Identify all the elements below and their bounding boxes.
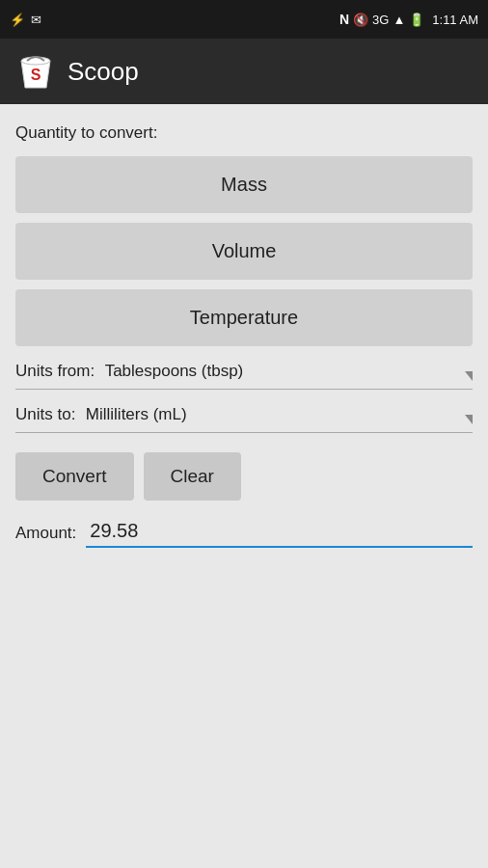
units-to-arrow bbox=[465, 415, 473, 424]
amount-input[interactable] bbox=[86, 518, 473, 548]
title-bar: S Scoop bbox=[0, 39, 488, 104]
units-to-row: Units to: Milliliters (mL) bbox=[15, 405, 473, 424]
volume-button[interactable]: Volume bbox=[15, 223, 473, 280]
units-from-underline bbox=[15, 389, 473, 390]
units-to-label: Units to: bbox=[15, 405, 75, 423]
main-content: Quantity to convert: Mass Volume Tempera… bbox=[0, 104, 488, 868]
amount-row: Amount: bbox=[15, 518, 473, 548]
mute-icon: 🔇 bbox=[353, 13, 368, 27]
convert-button[interactable]: Convert bbox=[15, 452, 134, 501]
units-from-dropdown[interactable] bbox=[15, 389, 473, 390]
signal-icon: ▲ bbox=[393, 13, 405, 27]
amount-label: Amount: bbox=[15, 524, 76, 543]
units-from-value: Tablespoons (tbsp) bbox=[105, 362, 244, 380]
amount-input-container bbox=[86, 518, 473, 548]
units-to-underline bbox=[15, 432, 473, 433]
app-icon: S bbox=[15, 51, 56, 92]
action-buttons: Convert Clear bbox=[15, 452, 473, 501]
status-bar: ⚡ ✉ N 🔇 3G ▲ 🔋 1:11 AM bbox=[0, 0, 488, 39]
status-right: N 🔇 3G ▲ 🔋 1:11 AM bbox=[339, 12, 478, 27]
network-label: N bbox=[339, 12, 349, 27]
status-left: ⚡ ✉ bbox=[10, 13, 41, 27]
clear-button[interactable]: Clear bbox=[144, 452, 241, 501]
units-from-row: Units from: Tablespoons (tbsp) bbox=[15, 362, 473, 381]
units-from-label: Units from: bbox=[15, 362, 95, 380]
temperature-button[interactable]: Temperature bbox=[15, 289, 473, 346]
units-section: Units from: Tablespoons (tbsp) Units to:… bbox=[15, 362, 473, 433]
app-title: Scoop bbox=[68, 57, 139, 87]
network-type: 3G bbox=[372, 13, 389, 27]
time-display: 1:11 AM bbox=[432, 13, 478, 27]
units-from-arrow bbox=[465, 371, 473, 381]
quantity-label: Quantity to convert: bbox=[15, 123, 473, 143]
svg-point-1 bbox=[21, 57, 50, 65]
gmail-icon: ✉ bbox=[31, 13, 41, 27]
svg-text:S: S bbox=[31, 67, 41, 83]
units-to-value: Milliliters (mL) bbox=[86, 405, 187, 423]
battery-icon: 🔋 bbox=[409, 13, 424, 27]
app-icon-svg: S bbox=[15, 51, 56, 92]
usb-icon: ⚡ bbox=[10, 13, 25, 27]
units-to-dropdown[interactable] bbox=[15, 432, 473, 433]
mass-button[interactable]: Mass bbox=[15, 156, 473, 213]
